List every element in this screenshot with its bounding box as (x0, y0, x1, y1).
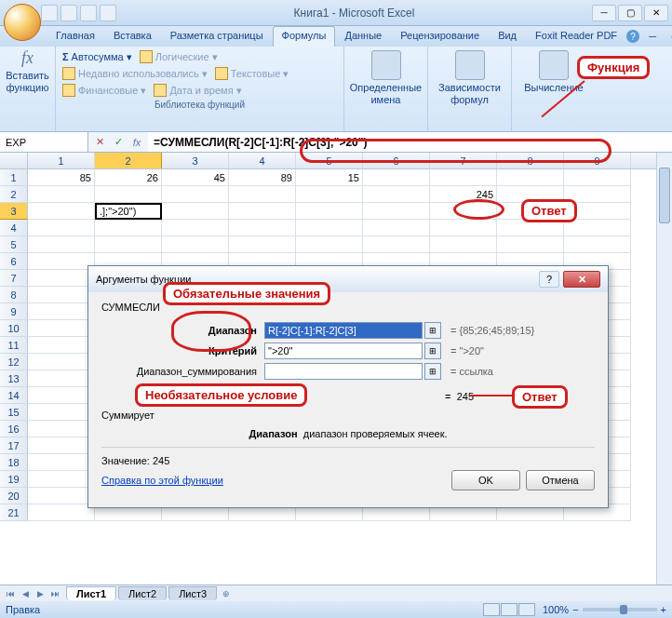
row-header[interactable]: 3 (0, 203, 28, 220)
row-header[interactable]: 20 (0, 488, 28, 504)
dialog-close-button[interactable]: ✕ (563, 271, 600, 288)
qat-save-icon[interactable] (41, 5, 58, 21)
row-header[interactable]: 7 (0, 270, 28, 287)
name-box[interactable]: EXP (0, 132, 88, 152)
sheet-nav-prev-icon[interactable]: ◀ (19, 587, 32, 600)
zoom-out-icon[interactable]: − (572, 604, 578, 615)
mdi-restore-button[interactable]: ▫ (665, 30, 672, 43)
cell[interactable] (28, 220, 95, 236)
cell[interactable] (28, 203, 95, 220)
select-all-corner[interactable] (0, 153, 28, 168)
cell[interactable] (162, 220, 229, 236)
group-defined-names[interactable]: Определенные имена (344, 47, 428, 131)
row-header[interactable]: 2 (0, 186, 28, 203)
cell[interactable] (229, 203, 296, 220)
range-picker-icon[interactable]: ⊞ (424, 363, 441, 380)
cell[interactable] (28, 320, 95, 337)
datetime-button[interactable]: Дата и время ▾ (151, 83, 244, 98)
cell[interactable] (28, 404, 95, 421)
cell[interactable] (95, 220, 162, 236)
sheet-nav-next-icon[interactable]: ▶ (34, 587, 47, 600)
cell[interactable] (28, 337, 95, 354)
col-header[interactable]: 9 (564, 153, 631, 168)
cell[interactable] (363, 236, 430, 253)
zoom-slider[interactable] (583, 608, 657, 611)
minimize-button[interactable]: ─ (592, 5, 616, 21)
argument-input[interactable] (264, 343, 423, 359)
fx-icon[interactable]: fx (21, 48, 34, 68)
dialog-help-button[interactable]: ? (539, 271, 559, 288)
cell[interactable] (28, 488, 95, 504)
cell[interactable] (28, 287, 95, 303)
row-header[interactable]: 16 (0, 421, 28, 437)
close-button[interactable]: ✕ (644, 5, 668, 21)
range-picker-icon[interactable]: ⊞ (424, 343, 441, 359)
dialog-help-link[interactable]: Справка по этой функции (101, 475, 223, 486)
cancel-formula-icon[interactable]: ✕ (92, 135, 107, 150)
zoom-in-icon[interactable]: + (661, 604, 666, 615)
cell[interactable] (564, 236, 631, 253)
row-header[interactable]: 18 (0, 454, 28, 471)
col-header[interactable]: 8 (497, 153, 564, 168)
tab-data[interactable]: Данные (335, 26, 391, 47)
cell[interactable] (28, 387, 95, 404)
row-header[interactable]: 19 (0, 471, 28, 488)
qat-undo-icon[interactable] (60, 5, 77, 21)
cell[interactable] (229, 186, 296, 203)
tab-layout[interactable]: Разметка страницы (161, 26, 273, 47)
cell[interactable]: .];">20") (95, 203, 162, 220)
cell[interactable] (296, 186, 363, 203)
cell[interactable] (95, 236, 162, 253)
tab-foxit[interactable]: Foxit Reader PDF (526, 26, 626, 47)
cell[interactable] (28, 270, 95, 287)
col-header[interactable]: 3 (162, 153, 229, 168)
cell[interactable]: 85 (28, 169, 95, 186)
col-header[interactable]: 2 (95, 153, 162, 168)
sheet-tab-2[interactable]: Лист2 (118, 586, 167, 600)
col-header[interactable]: 5 (296, 153, 363, 168)
cell[interactable] (296, 203, 363, 220)
col-header[interactable]: 4 (229, 153, 296, 168)
cell[interactable] (162, 203, 229, 220)
cell[interactable] (296, 236, 363, 253)
cell[interactable] (363, 169, 430, 186)
cell[interactable] (28, 236, 95, 253)
cell[interactable] (229, 220, 296, 236)
tab-home[interactable]: Главная (47, 26, 104, 47)
zoom-level[interactable]: 100% (543, 604, 569, 615)
cell[interactable] (363, 220, 430, 236)
cell[interactable] (564, 169, 631, 186)
text-button[interactable]: Текстовые ▾ (212, 66, 292, 81)
row-header[interactable]: 10 (0, 320, 28, 337)
cell[interactable] (28, 504, 95, 521)
row-header[interactable]: 8 (0, 287, 28, 303)
cell[interactable] (95, 186, 162, 203)
cell[interactable] (229, 236, 296, 253)
cell[interactable] (296, 220, 363, 236)
insert-function-label[interactable]: Вставить функцию (6, 70, 49, 94)
group-formula-auditing[interactable]: Зависимости формул (428, 47, 512, 131)
financial-button[interactable]: Финансовые ▾ (60, 83, 149, 98)
cell[interactable] (363, 203, 430, 220)
office-button[interactable] (4, 4, 41, 41)
cell[interactable]: 26 (95, 169, 162, 186)
col-header[interactable]: 1 (28, 153, 95, 168)
sheet-tab-3[interactable]: Лист3 (168, 586, 217, 600)
logical-button[interactable]: Логические ▾ (137, 49, 221, 64)
cell[interactable] (430, 236, 497, 253)
help-icon[interactable]: ? (626, 30, 639, 43)
row-header[interactable]: 9 (0, 303, 28, 320)
cell[interactable] (28, 471, 95, 488)
cell[interactable] (497, 236, 564, 253)
cell[interactable] (28, 354, 95, 370)
new-sheet-icon[interactable]: ⊕ (220, 587, 233, 600)
tab-review[interactable]: Рецензирование (391, 26, 489, 47)
view-pagebreak-icon[interactable] (518, 603, 535, 616)
cell[interactable]: 15 (296, 169, 363, 186)
sheet-nav-last-icon[interactable]: ⏭ (48, 587, 61, 600)
accept-formula-icon[interactable]: ✓ (111, 135, 126, 150)
row-header[interactable]: 1 (0, 169, 28, 186)
cell[interactable]: 245 (430, 186, 497, 203)
row-header[interactable]: 21 (0, 504, 28, 521)
cell[interactable] (430, 203, 497, 220)
